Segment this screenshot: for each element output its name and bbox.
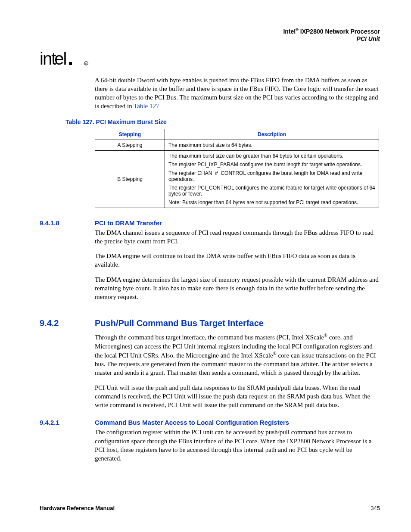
header-product-prefix: Intel	[283, 28, 296, 35]
registered-mark: ®	[273, 351, 277, 356]
section-heading-9-4-2-1: 9.4.2.1 Command Bus Master Access to Loc…	[40, 419, 380, 426]
cell-description: The maximum burst size can be greater th…	[165, 150, 379, 208]
header-product-suffix: IXP2800 Network Processor	[299, 28, 380, 35]
registered-mark: ®	[324, 333, 327, 338]
desc-line: The maximum burst size can be greater th…	[168, 153, 375, 159]
section-heading-9-4-1-8: 9.4.1.8 PCI to DRAM Transfer	[40, 219, 380, 227]
cell-stepping: B Stepping	[95, 150, 165, 208]
cell-stepping: A Stepping	[95, 140, 165, 150]
table-header-description: Description	[165, 129, 379, 140]
table-row: B Stepping The maximum burst size can be…	[95, 150, 379, 208]
intel-logo: intel R	[40, 50, 380, 68]
paragraph: The DMA engine determines the largest si…	[95, 275, 380, 302]
header-unit: PCI Unit	[40, 35, 380, 43]
text-run: Through the command bus target interface…	[95, 334, 324, 341]
table-row: A Stepping The maximum burst size is 64 …	[95, 140, 379, 150]
table-header-stepping: Stepping	[95, 129, 165, 140]
page-footer: Hardware Reference Manual 345	[40, 492, 380, 511]
section-heading-9-4-2: 9.4.2 Push/Pull Command Bus Target Inter…	[40, 318, 380, 328]
section-number: 9.4.2.1	[40, 419, 95, 426]
paragraph: PCI Unit will issue the push and pull da…	[95, 383, 380, 410]
registered-mark: ®	[296, 28, 299, 32]
section-number: 9.4.2	[40, 318, 95, 328]
svg-text:R: R	[85, 62, 87, 65]
svg-rect-3	[69, 62, 72, 65]
section-title: PCI to DRAM Transfer	[95, 219, 162, 227]
svg-text:intel: intel	[40, 50, 66, 68]
section-title: Command Bus Master Access to Local Confi…	[95, 419, 289, 426]
paragraph: The configuration register within the PC…	[95, 428, 380, 463]
section-title: Push/Pull Command Bus Target Interface	[95, 318, 264, 328]
footer-page-number: 345	[371, 505, 380, 511]
desc-line: Note: Bursts longer than 64 bytes are no…	[168, 199, 375, 205]
paragraph: The DMA channel issues a sequence of PCI…	[95, 228, 380, 246]
desc-line: The register PCI_CONTROL configures the …	[168, 185, 375, 197]
desc-line: The register CHAN_#_CONTROL configures t…	[168, 170, 375, 182]
page-header: Intel® IXP2800 Network Processor PCI Uni…	[40, 28, 380, 43]
intro-paragraph: A 64-bit double Dword with byte enables …	[95, 76, 380, 117]
desc-line: The maximum burst size is 64 bytes.	[168, 142, 375, 148]
table-crossref[interactable]: Table 127	[134, 103, 159, 109]
table-caption: Table 127. PCI Maximum Burst Size	[65, 118, 380, 125]
pci-max-burst-table: Stepping Description A Stepping The maxi…	[95, 129, 379, 208]
desc-line: The register PCI_IXP_PARAM configures th…	[168, 162, 375, 168]
paragraph: The DMA engine will continue to load the…	[95, 252, 380, 269]
footer-doc-title: Hardware Reference Manual	[40, 505, 115, 511]
paragraph: Through the command bus target interface…	[95, 333, 380, 377]
cell-description: The maximum burst size is 64 bytes.	[165, 140, 379, 150]
section-number: 9.4.1.8	[40, 219, 95, 227]
